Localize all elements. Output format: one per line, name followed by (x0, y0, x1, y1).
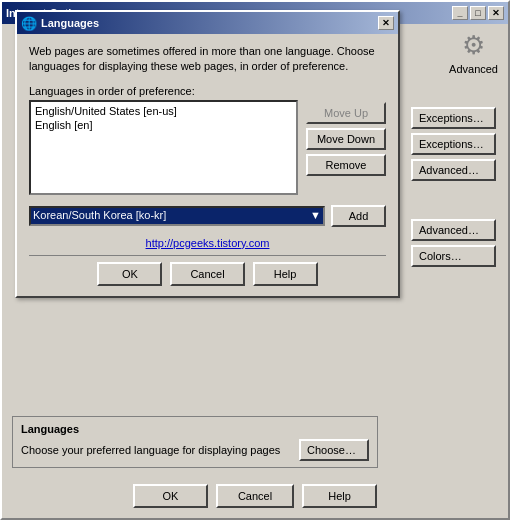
url-display: http://pcgeeks.tistory.com (29, 237, 386, 249)
bg-close-button[interactable]: ✕ (488, 6, 504, 20)
bg-minimize-button[interactable]: _ (452, 6, 468, 20)
languages-dialog: 🌐 Languages ✕ Web pages are sometimes of… (15, 10, 400, 298)
bg-titlebar-buttons: _ □ ✕ (452, 6, 504, 20)
gear-icon: ⚙ (462, 30, 485, 61)
move-up-button[interactable]: Move Up (306, 102, 386, 124)
bottom-section: Languages Choose your preferred language… (12, 416, 378, 468)
advanced-tab-area: ⚙ Advanced (449, 30, 498, 75)
advanced-btn-1[interactable]: Advanced… (411, 159, 496, 181)
dialog-description: Web pages are sometimes offered in more … (29, 44, 386, 75)
exceptions-btn-1[interactable]: Exceptions… (411, 107, 496, 129)
separator (29, 255, 386, 256)
dialog-list-label: Languages in order of preference: (29, 85, 386, 97)
lang-section-box: Languages Choose your preferred language… (12, 416, 378, 468)
dialog-close-button[interactable]: ✕ (378, 16, 394, 30)
lang-section-desc: Choose your preferred language for displ… (21, 444, 280, 456)
bg-ok-button[interactable]: OK (133, 484, 208, 508)
dialog-title-icon: 🌐 (21, 16, 37, 31)
dialog-main-area: English/United States [en-us] English [e… (29, 100, 386, 195)
dialog-help-button[interactable]: Help (253, 262, 318, 286)
dialog-title-area: 🌐 Languages (21, 16, 99, 31)
move-down-button[interactable]: Move Down (306, 128, 386, 150)
list-item-en[interactable]: English [en] (33, 118, 294, 132)
bg-help-button[interactable]: Help (302, 484, 377, 508)
bg-cancel-button[interactable]: Cancel (216, 484, 294, 508)
bg-maximize-button[interactable]: □ (470, 6, 486, 20)
list-item-en-us[interactable]: English/United States [en-us] (33, 104, 294, 118)
exceptions-btn-2[interactable]: Exceptions… (411, 133, 496, 155)
dialog-titlebar: 🌐 Languages ✕ (17, 12, 398, 34)
lang-section-title: Languages (21, 423, 369, 435)
bg-bottom-buttons: OK Cancel Help (2, 484, 508, 508)
dialog-body: Web pages are sometimes offered in more … (17, 34, 398, 296)
dialog-title: Languages (41, 17, 99, 29)
advanced-btn-2[interactable]: Advanced… (411, 219, 496, 241)
choose-btn[interactable]: Choose… (299, 439, 369, 461)
dialog-ok-button[interactable]: OK (97, 262, 162, 286)
remove-button[interactable]: Remove (306, 154, 386, 176)
dropdown-arrow-icon: ▼ (310, 209, 321, 221)
right-panel: Exceptions… Exceptions… Advanced… Advanc… (411, 107, 496, 267)
add-button[interactable]: Add (331, 205, 386, 227)
language-dropdown[interactable]: Korean/South Korea [ko-kr] ▼ (29, 206, 325, 226)
dialog-cancel-button[interactable]: Cancel (170, 262, 244, 286)
language-listbox[interactable]: English/United States [en-us] English [e… (29, 100, 298, 195)
dropdown-value: Korean/South Korea [ko-kr] (33, 209, 166, 221)
lang-section-row: Choose your preferred language for displ… (21, 439, 369, 461)
dialog-dropdown-row: Korean/South Korea [ko-kr] ▼ Add (29, 205, 386, 227)
dialog-side-buttons: Move Up Move Down Remove (306, 100, 386, 195)
colors-btn[interactable]: Colors… (411, 245, 496, 267)
dialog-action-buttons: OK Cancel Help (29, 262, 386, 286)
advanced-tab-label[interactable]: Advanced (449, 63, 498, 75)
